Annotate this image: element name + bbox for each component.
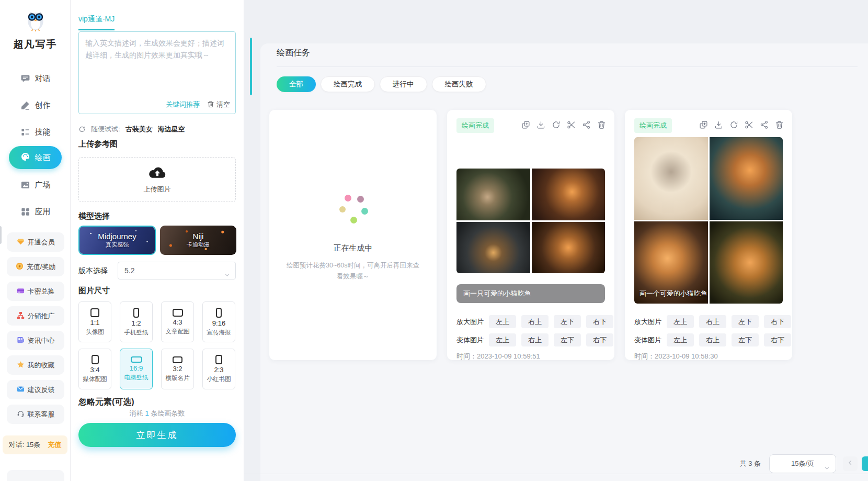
status-badge: 绘画完成 <box>456 118 494 133</box>
ratio-text: 9:16 <box>212 319 225 327</box>
sidebar-item-card-key[interactable]: 卡密兑换 <box>7 282 64 301</box>
upscale-top-right[interactable]: 右上 <box>699 315 726 328</box>
download-icon[interactable] <box>536 120 545 129</box>
variant-bottom-left[interactable]: 左下 <box>732 333 759 346</box>
sidebar-item-favorites[interactable]: 我的收藏 <box>7 355 64 375</box>
apps-icon <box>20 207 30 217</box>
generated-image-grid: 画一个可爱的小猫吃鱼 <box>634 137 783 304</box>
card-actions <box>521 120 606 129</box>
sidebar-item-recharge-rewards[interactable]: ¥ 充值/奖励 <box>7 257 64 276</box>
cut-icon[interactable] <box>567 120 576 129</box>
generated-image[interactable] <box>710 137 783 220</box>
sidebar-item-news[interactable]: 资讯中心 <box>7 331 64 350</box>
shortcut-label: 卡密兑换 <box>28 287 55 296</box>
variant-label: 变体图片 <box>456 335 484 345</box>
size-option-1-1[interactable]: 1:1 头像图 <box>78 301 111 342</box>
ratio-1-1-icon <box>90 308 99 317</box>
filter-completed[interactable]: 绘画完成 <box>321 76 375 92</box>
keyword-suggest-link[interactable]: 关键词推荐 <box>166 100 200 109</box>
copy-icon[interactable] <box>521 120 530 129</box>
refresh-icon[interactable] <box>78 126 86 133</box>
generated-image[interactable] <box>634 137 708 220</box>
sidebar-item-create[interactable]: 创作 <box>0 97 71 114</box>
upscale-label: 放大图片 <box>456 317 484 327</box>
prompt-input[interactable] <box>79 32 235 94</box>
model-card-niji[interactable]: Niji 卡通动漫 <box>160 226 236 255</box>
redraw-icon[interactable] <box>729 120 738 129</box>
cut-icon[interactable] <box>745 120 753 129</box>
size-option-4-3[interactable]: 4:3 文章配图 <box>161 301 194 342</box>
version-select[interactable]: 5.2 <box>118 262 236 279</box>
page-size-select[interactable]: 15条/页 <box>769 454 836 473</box>
prev-page-button[interactable] <box>843 456 858 471</box>
size-option-1-2[interactable]: 1:2 手机壁纸 <box>120 301 153 342</box>
upscale-bottom-left[interactable]: 左下 <box>554 315 581 328</box>
sidebar-item-feedback[interactable]: 建议反馈 <box>7 380 64 399</box>
delete-icon[interactable] <box>597 120 606 129</box>
ratio-text: 3:4 <box>90 366 99 374</box>
generated-image[interactable] <box>710 221 783 304</box>
filter-all[interactable]: 全部 <box>277 76 316 92</box>
size-label: 横版名片 <box>166 374 190 382</box>
size-option-3-4[interactable]: 3:4 媒体配图 <box>78 349 111 389</box>
generated-image[interactable] <box>532 169 606 220</box>
app-logo-owl <box>0 7 71 35</box>
variant-top-right[interactable]: 右上 <box>521 333 549 346</box>
scrollbar-thumb[interactable] <box>250 38 252 95</box>
upscale-top-left[interactable]: 左上 <box>667 315 694 328</box>
upscale-bottom-left[interactable]: 左下 <box>732 315 759 328</box>
current-page-button[interactable] <box>862 456 868 471</box>
upscale-bottom-right[interactable]: 右下 <box>764 315 791 328</box>
upload-dropzone[interactable]: 上传图片 <box>78 157 236 202</box>
share-icon[interactable] <box>760 120 769 129</box>
generate-button[interactable]: 立即生成 <box>78 423 236 447</box>
variant-bottom-right[interactable]: 右下 <box>764 333 791 346</box>
copy-icon[interactable] <box>699 120 708 129</box>
size-option-2-3[interactable]: 2:3 小红书图 <box>202 349 235 389</box>
upscale-top-left[interactable]: 左上 <box>489 315 516 328</box>
sidebar-item-vip[interactable]: 开通会员 <box>7 232 64 252</box>
size-option-16-9-selected[interactable]: 16:9 电脑壁纸 <box>120 349 153 389</box>
sidebar-item-plaza[interactable]: 广场 <box>0 176 71 193</box>
model-card-midjourney[interactable]: Midjourney 真实感强 <box>78 226 156 255</box>
generated-image[interactable] <box>456 169 530 220</box>
model-name: Midjourney <box>98 232 136 241</box>
random-try-item[interactable]: 古装美女 <box>125 125 153 134</box>
upscale-top-right[interactable]: 右上 <box>521 315 549 328</box>
upscale-bottom-right[interactable]: 右下 <box>586 315 613 328</box>
sidebar-item-label: 技能 <box>35 127 51 137</box>
sidebar-item-affiliate[interactable]: 分销推广 <box>7 306 64 326</box>
size-label: 文章配图 <box>166 328 190 335</box>
variant-bottom-left[interactable]: 左下 <box>554 333 581 346</box>
filter-failed[interactable]: 绘画失败 <box>432 76 486 92</box>
variant-top-left[interactable]: 左上 <box>667 333 694 346</box>
clear-button[interactable]: 清空 <box>207 100 230 109</box>
variant-top-left[interactable]: 左上 <box>489 333 516 346</box>
random-try-item[interactable]: 海边星空 <box>158 125 185 134</box>
generating-title: 正在生成中 <box>269 243 437 253</box>
sidebar-item-drawing-active[interactable]: 绘画 <box>9 146 62 169</box>
size-option-3-2[interactable]: 3:2 横版名片 <box>161 349 194 389</box>
variant-bottom-right[interactable]: 右下 <box>586 333 613 346</box>
recharge-link[interactable]: 充值 <box>48 440 61 450</box>
sidebar-item-support[interactable]: 联系客服 <box>7 405 64 424</box>
sidebar-collapse-handle[interactable] <box>0 226 2 244</box>
share-icon[interactable] <box>582 120 591 129</box>
download-icon[interactable] <box>714 120 723 129</box>
filter-in-progress[interactable]: 进行中 <box>380 76 427 92</box>
sidebar-item-skills[interactable]: 技能 <box>0 124 71 140</box>
ratio-text: 16:9 <box>130 364 143 372</box>
tab-vip-channel-mj[interactable]: vip通道-MJ <box>78 15 115 30</box>
delete-icon[interactable] <box>775 120 784 129</box>
time-value: 2023-10-09 10:58:30 <box>655 352 718 360</box>
task-card-generating: 正在生成中 绘图预计花费30~60s时间，可离开后再回来查看效果喔～ <box>269 110 437 360</box>
generated-image[interactable] <box>532 222 606 274</box>
feedback-icon <box>17 385 25 395</box>
generated-image[interactable] <box>456 222 530 274</box>
variant-top-right[interactable]: 右上 <box>699 333 726 346</box>
model-name: Niji <box>193 232 204 241</box>
sidebar-item-apps[interactable]: 应用 <box>0 203 71 220</box>
sidebar-item-chat[interactable]: 对话 <box>0 70 71 87</box>
redraw-icon[interactable] <box>552 120 561 129</box>
size-option-9-16[interactable]: 9:16 宣传海报 <box>202 301 235 342</box>
